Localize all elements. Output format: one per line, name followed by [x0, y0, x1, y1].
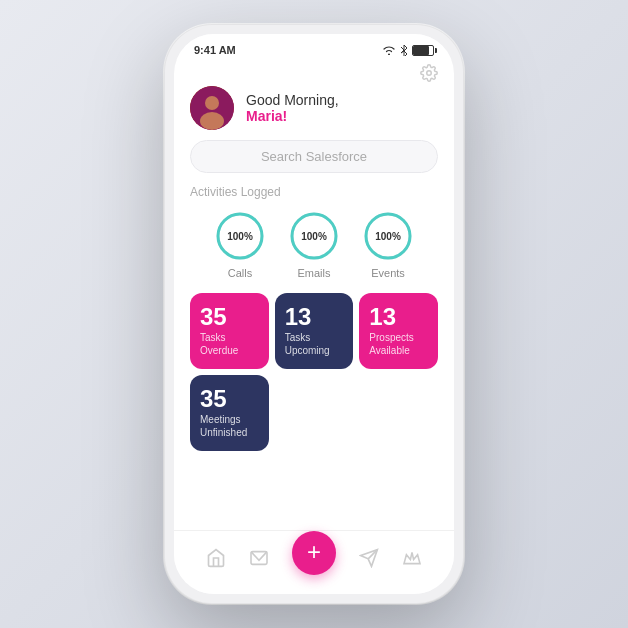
search-placeholder: Search Salesforce [261, 149, 367, 164]
tasks-overdue-label: TasksOverdue [200, 331, 238, 357]
events-circle: 100% [361, 209, 415, 263]
activity-calls[interactable]: 100% Calls [213, 209, 267, 279]
home-icon [206, 548, 226, 568]
avatar [190, 86, 234, 130]
search-bar[interactable]: Search Salesforce [190, 140, 438, 173]
status-bar: 9:41 AM [174, 34, 454, 60]
tasks-overdue-card[interactable]: 35 TasksOverdue [190, 293, 269, 369]
status-time: 9:41 AM [194, 44, 236, 56]
tasks-upcoming-card[interactable]: 13 TasksUpcoming [275, 293, 354, 369]
bluetooth-icon [400, 44, 408, 56]
meetings-unfinished-card[interactable]: 35 MeetingsUnfinished [190, 375, 269, 451]
add-button[interactable]: + [292, 531, 336, 575]
activities-row: 100% Calls 100% Emails [174, 209, 454, 293]
stats-grid-row1: 35 TasksOverdue 13 TasksUpcoming 13 Pros… [174, 293, 454, 369]
svg-point-2 [205, 96, 219, 110]
phone-screen: 9:41 AM [174, 34, 454, 594]
prospects-available-card[interactable]: 13 ProspectsAvailable [359, 293, 438, 369]
add-icon: + [307, 540, 321, 564]
crown-nav-item[interactable] [401, 547, 423, 569]
avatar-image [190, 86, 234, 130]
send-icon [359, 548, 379, 568]
svg-point-3 [200, 112, 224, 130]
emails-label: Emails [297, 267, 330, 279]
activities-section-label: Activities Logged [174, 185, 454, 209]
wifi-icon [382, 45, 396, 55]
status-icons [382, 44, 434, 56]
tasks-overdue-number: 35 [200, 305, 227, 329]
crown-icon [402, 550, 422, 566]
tasks-upcoming-number: 13 [285, 305, 312, 329]
greeting-name: Maria! [246, 108, 339, 124]
events-label: Events [371, 267, 405, 279]
meetings-number: 35 [200, 387, 227, 411]
header: Good Morning, Maria! [174, 82, 454, 140]
mail-nav-item[interactable] [248, 547, 270, 569]
mail-icon [249, 550, 269, 566]
stats-grid-row2: 35 MeetingsUnfinished [174, 369, 454, 451]
svg-point-0 [427, 71, 432, 76]
home-nav-item[interactable] [205, 547, 227, 569]
settings-area [174, 60, 454, 82]
activity-events[interactable]: 100% Events [361, 209, 415, 279]
activity-emails[interactable]: 100% Emails [287, 209, 341, 279]
events-percent: 100% [375, 231, 401, 242]
phone-frame: 9:41 AM [164, 24, 464, 604]
send-nav-item[interactable] [358, 547, 380, 569]
prospects-label: ProspectsAvailable [369, 331, 413, 357]
calls-circle: 100% [213, 209, 267, 263]
greeting-line1: Good Morning, [246, 92, 339, 108]
calls-label: Calls [228, 267, 252, 279]
emails-circle: 100% [287, 209, 341, 263]
battery-icon [412, 45, 434, 56]
meetings-label: MeetingsUnfinished [200, 413, 247, 439]
emails-percent: 100% [301, 231, 327, 242]
bottom-nav: + [174, 530, 454, 594]
greeting-text: Good Morning, Maria! [246, 92, 339, 124]
calls-percent: 100% [227, 231, 253, 242]
tasks-upcoming-label: TasksUpcoming [285, 331, 330, 357]
settings-icon[interactable] [420, 64, 438, 82]
prospects-number: 13 [369, 305, 396, 329]
